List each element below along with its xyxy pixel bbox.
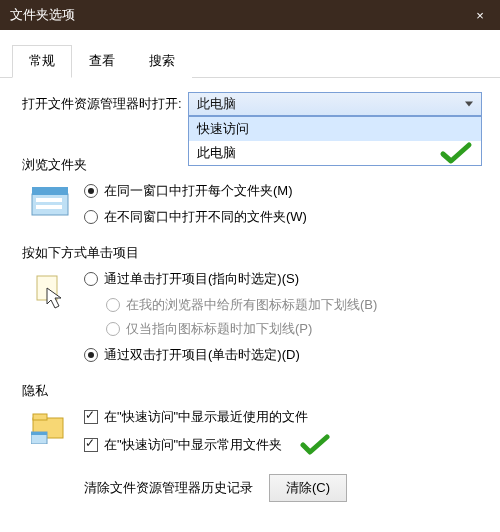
click-sub-underline-hover: 仅当指向图标标题时加下划线(P) [106, 320, 377, 338]
folder-icon [28, 182, 72, 226]
checkbox-icon [84, 410, 98, 424]
privacy-check-recent-files[interactable]: 在"快速访问"中显示最近使用的文件 [84, 408, 347, 426]
browse-group: 浏览文件夹 在同一窗口中打开每个文件夹(M) 在不同窗口中打开不同的文件夹(W) [22, 156, 482, 226]
tab-general[interactable]: 常规 [12, 45, 72, 78]
launch-label: 打开文件资源管理器时打开: [22, 95, 182, 113]
content-area: 打开文件资源管理器时打开: 此电脑 快速访问 此电脑 浏览文件夹 [0, 78, 500, 532]
svg-rect-2 [36, 198, 62, 202]
launch-row: 打开文件资源管理器时打开: 此电脑 快速访问 此电脑 [22, 92, 482, 116]
launch-select-value: 此电脑 [197, 95, 236, 113]
privacy-group: 隐私 在"快速访问"中显示最近使用的文件 在"快速访问"中显示常用文件夹 [22, 382, 482, 502]
radio-icon [84, 272, 98, 286]
launch-select-wrap: 此电脑 快速访问 此电脑 [188, 92, 482, 116]
privacy-folder-icon [28, 408, 72, 502]
launch-dropdown: 快速访问 此电脑 [188, 116, 482, 166]
radio-icon [84, 210, 98, 224]
window-title: 文件夹选项 [10, 6, 460, 24]
svg-rect-1 [32, 187, 68, 195]
tab-bar: 常规 查看 搜索 [0, 44, 500, 78]
chevron-down-icon [465, 102, 473, 107]
click-radio-double[interactable]: 通过双击打开项目(单击时选定)(D) [84, 346, 377, 364]
svg-rect-0 [32, 194, 68, 215]
radio-icon [106, 298, 120, 312]
launch-select[interactable]: 此电脑 [188, 92, 482, 116]
privacy-clear-label: 清除文件资源管理器历史记录 [84, 479, 253, 497]
privacy-title: 隐私 [22, 382, 482, 400]
radio-icon [84, 184, 98, 198]
svg-rect-6 [33, 414, 47, 420]
radio-icon [106, 322, 120, 336]
close-icon: × [476, 8, 484, 23]
launch-option-quick-access[interactable]: 快速访问 [189, 117, 481, 141]
tab-search[interactable]: 搜索 [132, 45, 192, 78]
click-sub-underline-all: 在我的浏览器中给所有图标标题加下划线(B) [106, 296, 377, 314]
checkmark-icon [439, 141, 473, 165]
tab-view[interactable]: 查看 [72, 45, 132, 78]
clear-button[interactable]: 清除(C) [269, 474, 347, 502]
browse-radio-same-window[interactable]: 在同一窗口中打开每个文件夹(M) [84, 182, 307, 200]
titlebar: 文件夹选项 × [0, 0, 500, 30]
click-group: 按如下方式单击项目 通过单击打开项目(指向时选定)(S) 在我的浏览器中给所有图… [22, 244, 482, 364]
click-title: 按如下方式单击项目 [22, 244, 482, 262]
launch-option-this-pc[interactable]: 此电脑 [189, 141, 481, 165]
click-radio-single[interactable]: 通过单击打开项目(指向时选定)(S) [84, 270, 377, 288]
cursor-icon [28, 270, 72, 364]
svg-rect-3 [36, 205, 62, 209]
radio-icon [84, 348, 98, 362]
browse-radio-different-window[interactable]: 在不同窗口中打开不同的文件夹(W) [84, 208, 307, 226]
checkbox-icon [84, 438, 98, 452]
checkmark-icon [300, 434, 330, 456]
svg-rect-8 [31, 432, 47, 435]
close-button[interactable]: × [460, 0, 500, 30]
privacy-check-frequent-folders[interactable]: 在"快速访问"中显示常用文件夹 [84, 434, 347, 456]
